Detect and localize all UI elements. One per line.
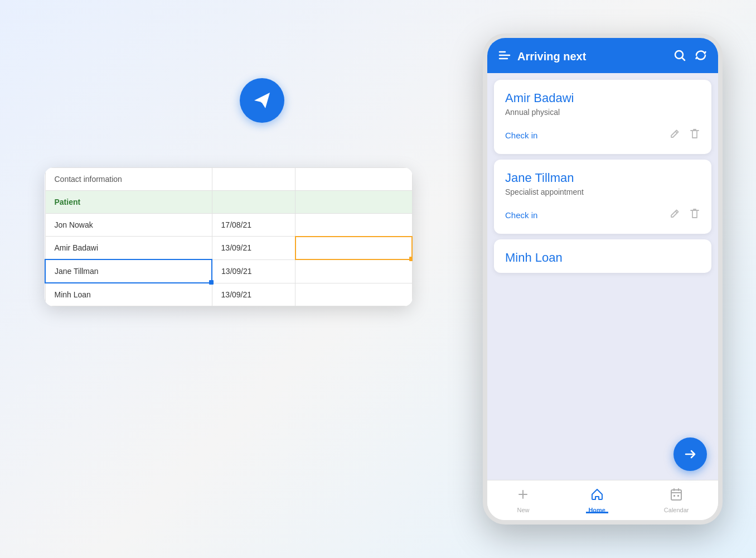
calendar-label: Calendar xyxy=(664,507,689,513)
card-icons-amir xyxy=(669,128,700,143)
calendar-icon xyxy=(670,488,683,504)
card-actions-jane: Check in xyxy=(505,208,700,223)
phone-title: Arriving next xyxy=(517,50,586,63)
new-label: New xyxy=(517,507,529,513)
patient-extra-jon xyxy=(295,214,412,237)
table-row[interactable]: Jane Tillman 13/09/21 xyxy=(45,259,412,283)
patient-date-jane: 13/09/21 xyxy=(212,259,295,283)
contact-info-header: Contact information xyxy=(45,168,212,191)
svg-point-0 xyxy=(675,51,683,59)
svg-rect-2 xyxy=(673,495,675,497)
patient-date-minh: 13/09/21 xyxy=(212,283,295,306)
patient-card-jane: Jane Tillman Specialist appointment Chec… xyxy=(494,160,711,234)
section-col3 xyxy=(295,191,412,214)
card-icons-jane xyxy=(669,208,700,223)
nav-active-indicator xyxy=(586,512,608,513)
patient-name-jon: Jon Nowak xyxy=(45,214,212,237)
patient-name-amir-card: Amir Badawi xyxy=(505,91,700,105)
patient-name-amir: Amir Badawi xyxy=(45,237,212,260)
edit-icon-amir[interactable] xyxy=(669,128,680,142)
patient-extra-amir[interactable] xyxy=(295,237,412,260)
card-actions-amir: Check in xyxy=(505,128,700,143)
patient-card-amir: Amir Badawi Annual physical Check in xyxy=(494,80,711,154)
nav-item-new[interactable]: New xyxy=(516,488,530,513)
patient-name-jane: Jane Tillman xyxy=(45,259,212,283)
nav-item-calendar[interactable]: Calendar xyxy=(664,488,689,513)
edit-icon-jane[interactable] xyxy=(669,208,680,222)
table-row[interactable]: Amir Badawi 13/09/21 xyxy=(45,237,412,260)
delete-icon-amir[interactable] xyxy=(689,128,700,143)
col3-header xyxy=(295,168,412,191)
spreadsheet-header-row: Contact information xyxy=(45,168,412,191)
phone-header: Arriving next xyxy=(487,38,718,73)
check-in-button-amir[interactable]: Check in xyxy=(505,131,537,140)
patient-card-minh: Minh Loan xyxy=(494,239,711,273)
phone-nav: New Home Calendar xyxy=(487,480,718,520)
table-row[interactable]: Jon Nowak 17/08/21 xyxy=(45,214,412,237)
paper-plane-icon xyxy=(240,78,284,123)
refresh-icon[interactable] xyxy=(695,49,707,64)
patient-name-jane-card: Jane Tillman xyxy=(505,171,700,185)
check-in-button-jane[interactable]: Check in xyxy=(505,210,537,220)
search-icon[interactable] xyxy=(673,49,686,64)
section-col2 xyxy=(212,191,295,214)
spreadsheet-table: Contact information Patient Jon Nowak 17… xyxy=(45,167,413,306)
patient-name-minh: Minh Loan xyxy=(45,283,212,306)
new-icon xyxy=(516,488,530,504)
menu-icon[interactable] xyxy=(498,50,511,63)
patient-date-amir: 13/09/21 xyxy=(212,237,295,260)
phone-content: Amir Badawi Annual physical Check in xyxy=(487,73,718,484)
patient-date-jon: 17/08/21 xyxy=(212,214,295,237)
patient-extra-minh xyxy=(295,283,412,306)
fab-checkin-button[interactable] xyxy=(673,437,707,471)
phone-header-left: Arriving next xyxy=(498,50,586,63)
patient-name-minh-card: Minh Loan xyxy=(505,251,700,265)
svg-rect-1 xyxy=(671,490,681,500)
home-icon xyxy=(590,488,604,504)
spreadsheet-section-row: Patient xyxy=(45,191,412,214)
phone-header-right xyxy=(673,49,707,64)
patient-appointment-jane: Specialist appointment xyxy=(505,187,700,196)
svg-rect-3 xyxy=(677,495,679,497)
patient-extra-jane xyxy=(295,259,412,283)
nav-item-home[interactable]: Home xyxy=(588,488,605,513)
table-row[interactable]: Minh Loan 13/09/21 xyxy=(45,283,412,306)
patient-section-label: Patient xyxy=(45,191,212,214)
col2-header xyxy=(212,168,295,191)
paper-plane-container xyxy=(240,78,284,123)
phone-mockup: Arriving next Amir Badawi Annual physica… xyxy=(483,33,723,525)
patient-appointment-amir: Annual physical xyxy=(505,108,700,117)
delete-icon-jane[interactable] xyxy=(689,208,700,223)
spreadsheet-panel: Contact information Patient Jon Nowak 17… xyxy=(45,167,413,306)
